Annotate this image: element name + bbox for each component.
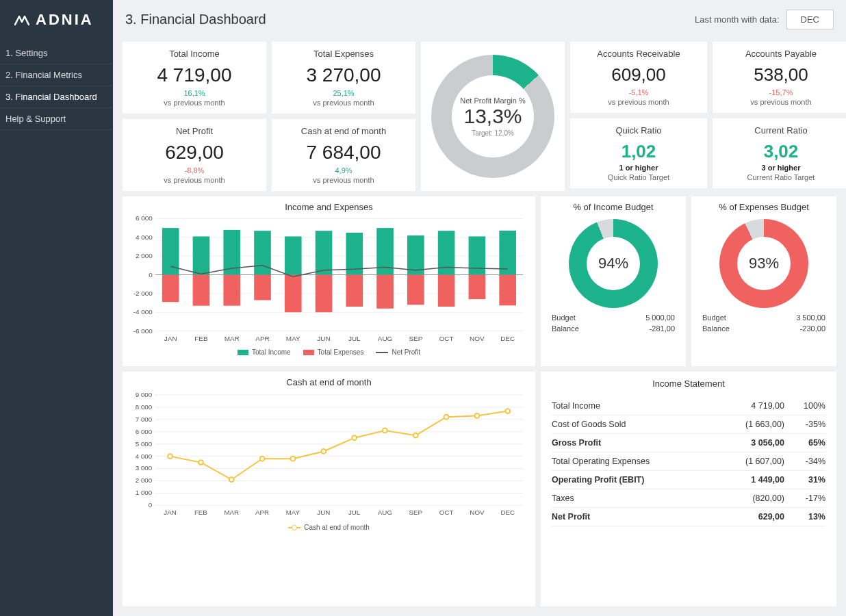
stmt-row: Total Income4 719,00100% (552, 397, 825, 415)
sidebar: ADNIA 1. Settings2. Financial Metrics3. … (0, 0, 113, 616)
svg-rect-50 (499, 275, 516, 306)
svg-text:1 000: 1 000 (136, 489, 153, 496)
brand-text: ADNIA (36, 11, 94, 29)
stmt-row: Net Profit629,0013% (552, 508, 825, 526)
svg-text:2 000: 2 000 (136, 476, 153, 484)
svg-point-90 (383, 428, 387, 433)
svg-text:FEB: FEB (194, 335, 208, 342)
logo-icon (14, 14, 30, 26)
svg-text:4 000: 4 000 (136, 233, 153, 241)
svg-text:MAY: MAY (286, 335, 300, 342)
svg-rect-32 (316, 231, 333, 274)
svg-point-86 (260, 457, 265, 461)
nav-item-2[interactable]: 3. Financial Dashboard (0, 86, 113, 108)
svg-text:MAR: MAR (225, 335, 240, 342)
svg-text:OCT: OCT (439, 509, 454, 516)
svg-rect-30 (254, 231, 271, 274)
svg-text:8 000: 8 000 (136, 403, 153, 411)
svg-text:0: 0 (149, 271, 153, 279)
income-statement: Income Statement Total Income4 719,00100… (541, 372, 836, 606)
svg-rect-45 (346, 275, 363, 307)
svg-text:APR: APR (255, 335, 269, 342)
svg-rect-48 (438, 275, 455, 307)
kpi-cash: Cash at end of month 7 684,00 4,9% vs pr… (272, 119, 415, 191)
svg-rect-46 (376, 275, 394, 309)
svg-text:JUN: JUN (317, 509, 330, 516)
svg-point-87 (290, 457, 295, 461)
svg-text:-6 000: -6 000 (133, 327, 153, 335)
nav-item-1[interactable]: 2. Financial Metrics (0, 64, 113, 86)
svg-point-85 (229, 477, 234, 482)
svg-text:JAN: JAN (164, 509, 176, 516)
cash-legend: Cash at end of month (128, 524, 530, 531)
svg-rect-47 (407, 275, 424, 305)
svg-text:2 000: 2 000 (136, 252, 153, 259)
svg-text:9 000: 9 000 (136, 391, 153, 398)
kpi-accounts-payable: Accounts Payable 538,00 -15,7% vs previo… (713, 42, 846, 113)
svg-text:OCT: OCT (439, 335, 454, 342)
kpi-total-income: Total Income 4 719,00 16,1% vs previous … (123, 42, 266, 114)
net-profit-margin-donut: Net Profit Margin % 13,3% Target: 12,0% (421, 42, 565, 191)
svg-text:NOV: NOV (470, 509, 485, 516)
nav-item-3[interactable]: Help & Support (0, 108, 113, 130)
svg-rect-44 (316, 275, 333, 313)
month-selector[interactable]: DEC (786, 10, 834, 29)
svg-rect-49 (469, 275, 486, 300)
svg-text:-2 000: -2 000 (133, 290, 153, 297)
svg-text:DEC: DEC (500, 335, 515, 342)
page-title: 3. Financial Dashboard (125, 12, 266, 27)
month-label: Last month with data: (695, 14, 780, 25)
svg-rect-41 (223, 275, 240, 306)
svg-text:AUG: AUG (378, 509, 392, 516)
svg-point-94 (505, 409, 510, 413)
svg-rect-38 (499, 231, 516, 275)
svg-text:3 000: 3 000 (136, 465, 153, 472)
cash-chart: Cash at end of month 01 0002 0003 0004 0… (123, 372, 535, 606)
svg-rect-43 (285, 275, 302, 313)
svg-text:AUG: AUG (378, 335, 393, 342)
kpi-quick-ratio: Quick Ratio 1,02 1 or higher Quick Ratio… (570, 118, 707, 188)
svg-point-84 (198, 460, 203, 465)
svg-rect-31 (285, 236, 302, 274)
svg-rect-28 (193, 236, 210, 274)
kpi-accounts-receivable: Accounts Receivable 609,00 -5,1% vs prev… (570, 42, 707, 113)
svg-text:SEP: SEP (409, 335, 422, 342)
svg-text:SEP: SEP (409, 509, 423, 516)
svg-text:JAN: JAN (164, 335, 177, 342)
income-expenses-legend: Total Income Total Expenses Net Profit (128, 348, 530, 356)
svg-text:6 000: 6 000 (136, 428, 153, 435)
svg-text:7 000: 7 000 (136, 415, 153, 423)
svg-rect-39 (162, 275, 179, 303)
svg-point-89 (352, 435, 357, 440)
svg-point-92 (444, 415, 449, 420)
income-budget-card: % of Income Budget 94% Budget5 000,00 Ba… (541, 196, 686, 366)
income-expenses-chart: Income and Expenses -6 000-4 000-2 00002… (123, 196, 535, 366)
stmt-row: Cost of Goods Sold(1 663,00)-35% (552, 415, 825, 434)
svg-rect-42 (254, 275, 271, 300)
svg-text:5 000: 5 000 (136, 440, 153, 448)
svg-rect-35 (407, 235, 424, 274)
svg-point-83 (168, 454, 172, 459)
svg-text:NOV: NOV (470, 335, 485, 342)
svg-text:FEB: FEB (194, 509, 207, 516)
svg-text:DEC: DEC (500, 509, 515, 516)
stmt-row: Gross Profit3 056,0065% (552, 434, 825, 452)
svg-text:JUL: JUL (348, 335, 361, 342)
svg-rect-37 (469, 236, 486, 274)
svg-rect-40 (193, 275, 210, 306)
svg-point-93 (475, 413, 480, 418)
nav-item-0[interactable]: 1. Settings (0, 42, 113, 64)
svg-text:0: 0 (149, 501, 153, 509)
stmt-row: Operating Profit (EBIT)1 449,0031% (552, 471, 825, 489)
stmt-row: Total Operating Expenses(1 607,00)-34% (552, 452, 825, 471)
kpi-net-profit: Net Profit 629,00 -8,8% vs previous mont… (123, 119, 266, 191)
cash-svg: 01 0002 0003 0004 0005 0006 0007 0008 00… (128, 390, 530, 520)
svg-text:JUN: JUN (317, 335, 330, 342)
expenses-budget-card: % of Expenses Budget 93% Budget3 500,00 … (691, 196, 836, 366)
svg-text:4 000: 4 000 (136, 452, 153, 460)
stmt-row: Taxes(820,00)-17% (552, 489, 825, 508)
svg-text:APR: APR (255, 509, 269, 516)
main: 3. Financial Dashboard Last month with d… (113, 0, 846, 616)
svg-text:JUL: JUL (348, 509, 361, 516)
income-expenses-svg: -6 000-4 000-2 00002 0004 0006 000JANFEB… (128, 215, 530, 345)
